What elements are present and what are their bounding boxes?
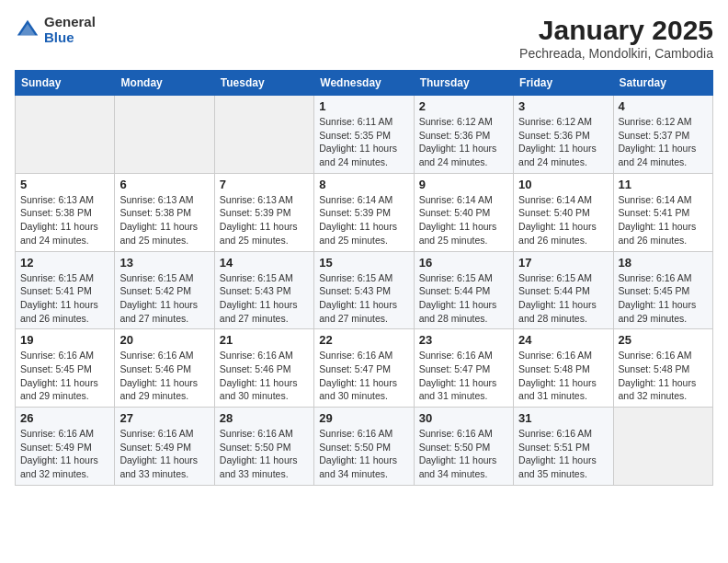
day-info: Sunrise: 6:15 AMSunset: 5:42 PMDaylight:… xyxy=(119,271,209,326)
day-number: 2 xyxy=(419,99,508,113)
calendar-cell: 27Sunrise: 6:16 AMSunset: 5:49 PMDayligh… xyxy=(115,408,214,486)
day-number: 10 xyxy=(518,178,608,191)
calendar-cell: 24Sunrise: 6:16 AMSunset: 5:48 PMDayligh… xyxy=(514,329,613,408)
calendar-cell: 16Sunrise: 6:15 AMSunset: 5:44 PMDayligh… xyxy=(414,251,513,329)
calendar-cell: 1Sunrise: 6:11 AMSunset: 5:35 PMDaylight… xyxy=(314,96,414,174)
day-info: Sunrise: 6:15 AMSunset: 5:43 PMDaylight:… xyxy=(319,271,408,326)
day-info: Sunrise: 6:14 AMSunset: 5:39 PMDaylight:… xyxy=(319,193,408,247)
day-info: Sunrise: 6:12 AMSunset: 5:37 PMDaylight:… xyxy=(619,115,708,169)
calendar-week-row: 19Sunrise: 6:16 AMSunset: 5:45 PMDayligh… xyxy=(16,329,713,408)
day-info: Sunrise: 6:13 AMSunset: 5:39 PMDaylight:… xyxy=(220,193,309,247)
title-block: January 2025 Pechreada, Mondolkiri, Camb… xyxy=(519,15,713,61)
day-info: Sunrise: 6:16 AMSunset: 5:46 PMDaylight:… xyxy=(119,349,209,403)
day-info: Sunrise: 6:16 AMSunset: 5:50 PMDaylight:… xyxy=(220,427,309,481)
logo-blue-label: Blue xyxy=(44,30,96,46)
day-number: 1 xyxy=(319,99,408,113)
day-number: 29 xyxy=(319,411,408,425)
calendar-cell: 23Sunrise: 6:16 AMSunset: 5:47 PMDayligh… xyxy=(414,329,513,408)
day-info: Sunrise: 6:13 AMSunset: 5:38 PMDaylight:… xyxy=(119,193,209,247)
calendar-cell: 2Sunrise: 6:12 AMSunset: 5:36 PMDaylight… xyxy=(414,96,513,174)
calendar-cell: 3Sunrise: 6:12 AMSunset: 5:36 PMDaylight… xyxy=(514,96,613,174)
day-info: Sunrise: 6:15 AMSunset: 5:44 PMDaylight:… xyxy=(419,271,508,326)
weekday-header: Wednesday xyxy=(314,71,414,96)
calendar-cell: 10Sunrise: 6:14 AMSunset: 5:40 PMDayligh… xyxy=(514,173,613,251)
day-info: Sunrise: 6:13 AMSunset: 5:38 PMDaylight:… xyxy=(20,193,109,247)
weekday-header: Friday xyxy=(514,71,613,96)
day-number: 12 xyxy=(20,256,109,270)
calendar-week-row: 5Sunrise: 6:13 AMSunset: 5:38 PMDaylight… xyxy=(16,173,713,251)
logo-general-label: General xyxy=(44,15,96,30)
calendar-cell: 18Sunrise: 6:16 AMSunset: 5:45 PMDayligh… xyxy=(613,251,712,329)
calendar-cell: 13Sunrise: 6:15 AMSunset: 5:42 PMDayligh… xyxy=(115,251,214,329)
calendar-cell: 19Sunrise: 6:16 AMSunset: 5:45 PMDayligh… xyxy=(16,329,115,408)
logo-icon xyxy=(15,17,40,43)
day-number: 27 xyxy=(119,411,209,425)
calendar-cell: 11Sunrise: 6:14 AMSunset: 5:41 PMDayligh… xyxy=(613,173,712,251)
day-number: 13 xyxy=(119,256,209,270)
calendar-cell: 12Sunrise: 6:15 AMSunset: 5:41 PMDayligh… xyxy=(16,251,115,329)
day-number: 11 xyxy=(619,178,708,191)
weekday-row: SundayMondayTuesdayWednesdayThursdayFrid… xyxy=(16,71,713,96)
weekday-header: Sunday xyxy=(16,71,115,96)
day-info: Sunrise: 6:15 AMSunset: 5:43 PMDaylight:… xyxy=(220,271,309,326)
calendar-cell: 22Sunrise: 6:16 AMSunset: 5:47 PMDayligh… xyxy=(314,329,414,408)
day-number: 30 xyxy=(419,411,508,425)
calendar-cell: 21Sunrise: 6:16 AMSunset: 5:46 PMDayligh… xyxy=(214,329,313,408)
weekday-header: Thursday xyxy=(414,71,513,96)
day-info: Sunrise: 6:16 AMSunset: 5:50 PMDaylight:… xyxy=(319,427,408,481)
calendar-cell: 7Sunrise: 6:13 AMSunset: 5:39 PMDaylight… xyxy=(214,173,313,251)
day-number: 3 xyxy=(518,99,608,113)
calendar-cell: 14Sunrise: 6:15 AMSunset: 5:43 PMDayligh… xyxy=(214,251,313,329)
day-number: 4 xyxy=(619,99,708,113)
day-number: 26 xyxy=(20,411,109,425)
calendar-cell: 15Sunrise: 6:15 AMSunset: 5:43 PMDayligh… xyxy=(314,251,414,329)
calendar-cell: 25Sunrise: 6:16 AMSunset: 5:48 PMDayligh… xyxy=(613,329,712,408)
day-info: Sunrise: 6:16 AMSunset: 5:45 PMDaylight:… xyxy=(20,349,109,403)
day-info: Sunrise: 6:16 AMSunset: 5:47 PMDaylight:… xyxy=(319,349,408,403)
calendar-cell xyxy=(613,408,712,486)
calendar-cell: 20Sunrise: 6:16 AMSunset: 5:46 PMDayligh… xyxy=(115,329,214,408)
day-number: 19 xyxy=(20,333,109,347)
page-header: General Blue January 2025 Pechreada, Mon… xyxy=(15,15,713,61)
day-info: Sunrise: 6:15 AMSunset: 5:41 PMDaylight:… xyxy=(20,271,109,326)
calendar-body: 1Sunrise: 6:11 AMSunset: 5:35 PMDaylight… xyxy=(16,96,713,486)
weekday-header: Tuesday xyxy=(214,71,313,96)
day-number: 22 xyxy=(319,333,408,347)
calendar-week-row: 12Sunrise: 6:15 AMSunset: 5:41 PMDayligh… xyxy=(16,251,713,329)
day-number: 16 xyxy=(419,256,508,270)
day-info: Sunrise: 6:16 AMSunset: 5:47 PMDaylight:… xyxy=(419,349,508,403)
day-info: Sunrise: 6:11 AMSunset: 5:35 PMDaylight:… xyxy=(319,115,408,169)
calendar-cell: 17Sunrise: 6:15 AMSunset: 5:44 PMDayligh… xyxy=(514,251,613,329)
day-info: Sunrise: 6:14 AMSunset: 5:40 PMDaylight:… xyxy=(419,193,508,247)
day-number: 31 xyxy=(518,411,608,425)
day-info: Sunrise: 6:16 AMSunset: 5:51 PMDaylight:… xyxy=(518,427,608,481)
calendar-cell: 8Sunrise: 6:14 AMSunset: 5:39 PMDaylight… xyxy=(314,173,414,251)
title-month: January 2025 xyxy=(519,15,713,46)
day-number: 23 xyxy=(419,333,508,347)
calendar-cell: 5Sunrise: 6:13 AMSunset: 5:38 PMDaylight… xyxy=(16,173,115,251)
day-info: Sunrise: 6:16 AMSunset: 5:49 PMDaylight:… xyxy=(119,427,209,481)
calendar-cell: 9Sunrise: 6:14 AMSunset: 5:40 PMDaylight… xyxy=(414,173,513,251)
calendar-cell: 26Sunrise: 6:16 AMSunset: 5:49 PMDayligh… xyxy=(16,408,115,486)
calendar-cell: 31Sunrise: 6:16 AMSunset: 5:51 PMDayligh… xyxy=(514,408,613,486)
logo-text: General Blue xyxy=(44,15,96,45)
day-number: 21 xyxy=(220,333,309,347)
day-info: Sunrise: 6:16 AMSunset: 5:48 PMDaylight:… xyxy=(619,349,708,403)
calendar-cell: 4Sunrise: 6:12 AMSunset: 5:37 PMDaylight… xyxy=(613,96,712,174)
day-info: Sunrise: 6:16 AMSunset: 5:49 PMDaylight:… xyxy=(20,427,109,481)
day-number: 24 xyxy=(518,333,608,347)
day-number: 6 xyxy=(119,178,209,191)
calendar-cell: 28Sunrise: 6:16 AMSunset: 5:50 PMDayligh… xyxy=(214,408,313,486)
day-number: 8 xyxy=(319,178,408,191)
calendar-header: SundayMondayTuesdayWednesdayThursdayFrid… xyxy=(16,71,713,96)
weekday-header: Monday xyxy=(115,71,214,96)
calendar-table: SundayMondayTuesdayWednesdayThursdayFrid… xyxy=(15,70,713,486)
day-info: Sunrise: 6:12 AMSunset: 5:36 PMDaylight:… xyxy=(518,115,608,169)
day-info: Sunrise: 6:16 AMSunset: 5:48 PMDaylight:… xyxy=(518,349,608,403)
title-location: Pechreada, Mondolkiri, Cambodia xyxy=(519,46,713,61)
day-number: 25 xyxy=(619,333,708,347)
day-info: Sunrise: 6:16 AMSunset: 5:45 PMDaylight:… xyxy=(619,271,708,326)
day-info: Sunrise: 6:14 AMSunset: 5:41 PMDaylight:… xyxy=(619,193,708,247)
calendar-week-row: 1Sunrise: 6:11 AMSunset: 5:35 PMDaylight… xyxy=(16,96,713,174)
day-number: 28 xyxy=(220,411,309,425)
